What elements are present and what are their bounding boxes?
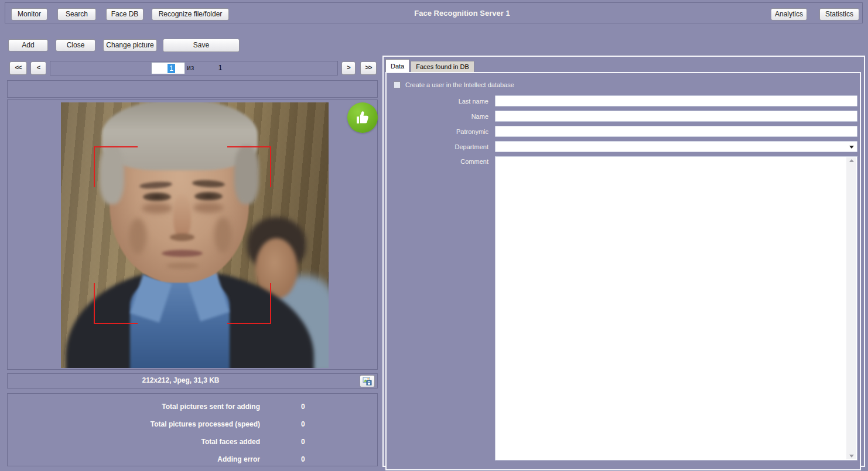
stat-label: Total faces added xyxy=(8,438,260,446)
create-user-row: Create a user in the Intellect database xyxy=(394,81,859,88)
face-db-button[interactable]: Face DB xyxy=(106,8,143,20)
page-total: 1 xyxy=(204,62,237,75)
status-strip xyxy=(7,80,378,98)
name-field[interactable] xyxy=(495,111,857,122)
page-number-value: 1 xyxy=(168,64,175,73)
face-detection-bracket xyxy=(94,283,138,324)
next-page-button[interactable]: > xyxy=(341,61,356,75)
subject-eye xyxy=(194,192,223,201)
recognize-file-folder-button[interactable]: Recognize file/folder xyxy=(152,8,229,20)
image-info-bar: 212x212, Jpeg, 31,3 KB xyxy=(7,373,378,389)
department-select[interactable] xyxy=(495,141,857,152)
subject-mouth xyxy=(162,250,203,257)
face-detection-bracket xyxy=(227,283,271,324)
face-detection-bracket xyxy=(94,146,138,187)
tab-data[interactable]: Data xyxy=(385,59,409,72)
department-label: Department xyxy=(387,143,488,150)
create-user-label: Create a user in the Intellect database xyxy=(405,81,514,88)
save-image-icon[interactable] xyxy=(360,375,375,387)
pager-of-label: из xyxy=(187,64,194,72)
photo xyxy=(61,102,329,368)
pager: << < 1 из 1 > >> xyxy=(7,60,378,76)
stat-row: Total pictures sent for adding 0 xyxy=(8,398,377,415)
stat-value: 0 xyxy=(301,438,305,446)
subject-cheek-shadow xyxy=(129,218,146,255)
stat-label: Adding error xyxy=(8,455,260,463)
patronymic-field[interactable] xyxy=(495,126,857,137)
close-button[interactable]: Close xyxy=(56,39,95,51)
stat-value: 0 xyxy=(301,455,305,463)
comment-label: Comment xyxy=(387,158,488,165)
create-user-checkbox[interactable] xyxy=(394,81,401,88)
details-panel: Data Faces found in DB Create a user in … xyxy=(382,56,865,467)
add-button[interactable]: Add xyxy=(8,39,48,51)
name-label: Name xyxy=(387,113,488,120)
top-toolbar: Monitor Search Face DB Recognize file/fo… xyxy=(5,2,863,23)
subject-eye-shadow xyxy=(142,203,172,214)
face-detection-bracket xyxy=(227,146,271,187)
stat-row: Total pictures processed (speed) 0 xyxy=(8,415,377,433)
monitor-button[interactable]: Monitor xyxy=(11,8,47,20)
stat-value: 0 xyxy=(301,403,305,411)
tab-strip: Data Faces found in DB xyxy=(385,59,861,72)
subject-eye-shadow xyxy=(193,202,224,213)
comment-scrollbar[interactable] xyxy=(846,157,856,459)
window-title: Face Recognition Server 1 xyxy=(414,9,510,18)
chevron-down-icon xyxy=(849,146,854,149)
form-row: Name xyxy=(387,111,859,122)
statistics-button[interactable]: Statistics xyxy=(819,8,859,20)
form-row: Last name xyxy=(387,95,859,106)
search-button[interactable]: Search xyxy=(57,8,96,20)
last-name-label: Last name xyxy=(387,98,488,105)
stat-label: Total pictures processed (speed) xyxy=(8,420,260,428)
stat-label: Total pictures sent for adding xyxy=(8,403,260,411)
tab-faces-found-in-db[interactable]: Faces found in DB xyxy=(411,61,474,72)
image-info: 212x212, Jpeg, 31,3 KB xyxy=(8,376,354,384)
thumbs-up-icon xyxy=(347,102,378,133)
stat-row: Total faces added 0 xyxy=(8,433,377,451)
form-row: Patronymic xyxy=(387,126,859,137)
form-row: Comment xyxy=(387,156,859,460)
photo-viewer xyxy=(7,99,378,370)
last-page-button[interactable]: >> xyxy=(360,61,377,75)
subject-chin xyxy=(166,263,199,269)
analytics-button[interactable]: Analytics xyxy=(771,8,807,20)
scroll-down-icon[interactable] xyxy=(849,455,854,458)
comment-textarea[interactable] xyxy=(495,156,857,460)
page-number-input[interactable]: 1 xyxy=(151,62,185,74)
pager-middle: 1 из 1 xyxy=(50,61,338,75)
last-name-field[interactable] xyxy=(495,95,857,106)
scroll-up-icon[interactable] xyxy=(849,159,854,162)
change-picture-button[interactable]: Change picture xyxy=(103,39,157,51)
patronymic-label: Patronymic xyxy=(387,128,488,135)
adding-stats-panel: Total pictures sent for adding 0 Total p… xyxy=(7,393,378,466)
subject-nose xyxy=(173,195,191,238)
data-tab-page: Create a user in the Intellect database … xyxy=(385,72,861,470)
subject-cheek-shadow xyxy=(214,217,232,253)
subject-nostrils xyxy=(170,233,194,241)
form-row: Department xyxy=(387,141,859,152)
subject-eye xyxy=(143,192,171,201)
first-page-button[interactable]: << xyxy=(9,61,27,75)
stat-value: 0 xyxy=(301,420,305,428)
stat-row: Adding error 0 xyxy=(8,451,377,468)
prev-page-button[interactable]: < xyxy=(30,61,46,75)
save-button[interactable]: Save xyxy=(163,39,240,52)
